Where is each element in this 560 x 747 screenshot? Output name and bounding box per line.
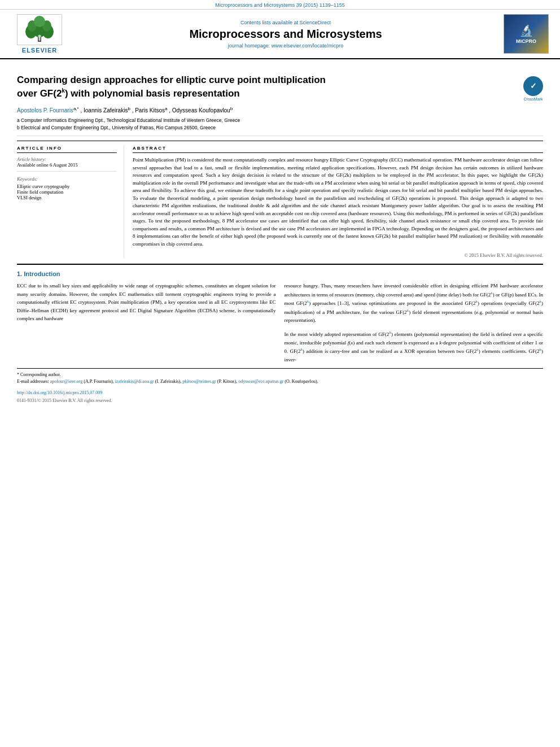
- section-divider: [17, 264, 543, 265]
- elsevier-logo-box: [17, 14, 62, 45]
- abstract-label: ABSTRACT: [133, 146, 543, 153]
- intro-heading: 1. Introduction: [17, 270, 543, 277]
- journal-reference: Microprocessors and Microsystems 39 (201…: [215, 2, 345, 8]
- paper-title: Comparing design approaches for elliptic…: [17, 73, 515, 101]
- journal-homepage: journal homepage: www.elsevier.com/locat…: [68, 43, 504, 49]
- crossmark-circle: ✓: [523, 76, 543, 96]
- keywords-section: Keywords: Elliptic curve cryptography Fi…: [17, 176, 117, 200]
- paper-title-section: Comparing design approaches for elliptic…: [17, 68, 543, 136]
- abstract-col: ABSTRACT Point Multiplication (PM) is co…: [133, 146, 543, 258]
- footnotes: * Corresponding author. E-mail addresses…: [17, 368, 543, 404]
- elsevier-logo: ELSEVIER: [11, 14, 68, 54]
- email4-link[interactable]: odysseas@ece.upatras.gr: [238, 379, 283, 384]
- article-info-label: ARTICLE INFO: [17, 146, 117, 153]
- svg-point-7: [38, 34, 41, 37]
- affiliations: a Computer Informatics Engineering Dpt.,…: [17, 117, 515, 132]
- crossmark: ✓ CrossMark: [523, 76, 543, 96]
- doi-link: http://dx.doi.org/10.1016/j.micpro.2015.…: [17, 390, 543, 396]
- top-bar: Microprocessors and Microsystems 39 (201…: [0, 0, 560, 10]
- crossmark-label: CrossMark: [523, 97, 543, 101]
- author1: Apostolos P. Fournaris: [17, 107, 73, 113]
- email3-link[interactable]: pkitsos@teimes.gr: [182, 379, 216, 384]
- email2-link[interactable]: izafeirakis@di.uoa.gr: [115, 379, 154, 384]
- journal-header: ELSEVIER Contents lists available at Sci…: [0, 10, 560, 59]
- intro-col1: ECC due to its small key sizes and appli…: [17, 282, 276, 364]
- micpro-logo: 🔬 MICPRO: [504, 14, 549, 54]
- email-note: E-mail addresses: apofour@ieee.org (A.P.…: [17, 378, 543, 385]
- divider: [17, 171, 117, 172]
- article-history: Article history: Available online 6 Augu…: [17, 156, 117, 168]
- contents-line: Contents lists available at ScienceDirec…: [68, 20, 504, 25]
- abstract-text: Point Multiplication (PM) is considered …: [133, 156, 543, 248]
- introduction-section: 1. Introduction ECC due to its small key…: [17, 270, 543, 364]
- copyright-line: © 2015 Elsevier B.V. All rights reserved…: [133, 252, 543, 258]
- svg-rect-8: [39, 37, 41, 41]
- corresponding-note: * Corresponding author.: [17, 372, 543, 378]
- email1-link[interactable]: apofour@ieee.org: [50, 379, 83, 384]
- svg-point-6: [34, 16, 45, 27]
- paper-title-block: Comparing design approaches for elliptic…: [17, 73, 515, 131]
- intro-text-col1: ECC due to its small key sizes and appli…: [17, 282, 276, 322]
- micpro-icon: 🔬: [519, 24, 533, 37]
- intro-text-col2: resource hungry. Thus, many researchers …: [285, 282, 544, 324]
- journal-title: Microprocessors and Microsystems: [68, 28, 504, 41]
- journal-center: Contents lists available at ScienceDirec…: [68, 20, 504, 49]
- intro-col2: resource hungry. Thus, many researchers …: [285, 282, 544, 364]
- main-content: Comparing design approaches for elliptic…: [0, 59, 560, 413]
- homepage-url[interactable]: www.elsevier.com/locate/micpro: [272, 43, 344, 49]
- article-info-col: ARTICLE INFO Article history: Available …: [17, 146, 124, 258]
- article-abstract-section: ARTICLE INFO Article history: Available …: [17, 141, 543, 258]
- intro-body: ECC due to its small key sizes and appli…: [17, 282, 543, 364]
- footer-copyright: 0141-9331/© 2015 Elsevier B.V. All right…: [17, 397, 543, 404]
- authors-line: Apostolos P. Fournarisa,* , Ioannis Zafe…: [17, 106, 515, 113]
- intro-text-col2b: In the most widely adopted representatio…: [285, 330, 544, 364]
- elsevier-label: ELSEVIER: [22, 47, 57, 54]
- sciencedirect-link[interactable]: ScienceDirect: [300, 20, 331, 25]
